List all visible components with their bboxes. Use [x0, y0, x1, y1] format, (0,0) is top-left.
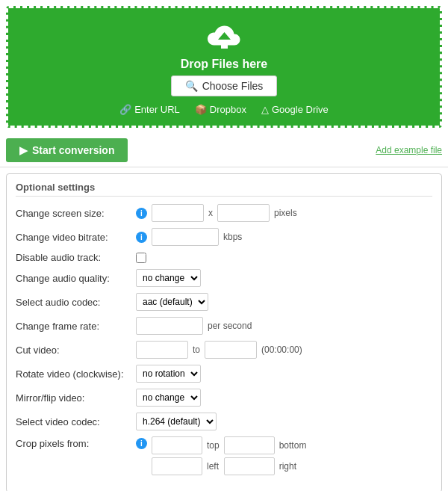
- start-conversion-label: Start conversion: [32, 144, 114, 156]
- left-label: left: [207, 461, 220, 472]
- audio-quality-select[interactable]: no change: [136, 269, 201, 287]
- optional-settings: Optional settings Change screen size: i …: [6, 173, 442, 491]
- frame-rate-label: Change frame rate:: [16, 321, 131, 332]
- upload-icon: [205, 22, 243, 53]
- crop-info-icon[interactable]: i: [136, 438, 147, 449]
- mirror-video-row: Mirror/flip video: no change: [16, 389, 432, 407]
- play-icon: ▶: [19, 144, 28, 156]
- frame-rate-input[interactable]: [136, 317, 203, 335]
- cut-video-end-input[interactable]: [205, 341, 257, 359]
- crop-right-input[interactable]: [224, 457, 275, 475]
- crop-bottom-input[interactable]: [224, 436, 275, 454]
- cut-video-label: Cut video:: [16, 345, 131, 356]
- link-icon: 🔗: [119, 104, 131, 115]
- disable-audio-label: Disable audio track:: [16, 252, 131, 263]
- enter-url-link[interactable]: 🔗 Enter URL: [119, 104, 180, 115]
- google-drive-icon: △: [261, 104, 269, 115]
- google-drive-label: Google Drive: [272, 104, 329, 115]
- top-label: top: [207, 440, 220, 451]
- bottom-label: bottom: [279, 440, 307, 451]
- kbps-label: kbps: [223, 232, 242, 242]
- crop-top-input[interactable]: [152, 436, 202, 454]
- crop-left-input[interactable]: [152, 457, 202, 475]
- audio-quality-row: Change audio quality: no change: [16, 269, 432, 287]
- cut-video-start-input[interactable]: [136, 341, 188, 359]
- right-label: right: [279, 461, 307, 472]
- cut-video-row: Cut video: to (00:00:00): [16, 341, 432, 359]
- mirror-video-label: Mirror/flip video:: [16, 392, 131, 404]
- bitrate-input[interactable]: [152, 228, 219, 246]
- choose-files-label: Choose Files: [202, 80, 264, 92]
- bitrate-info-icon[interactable]: i: [136, 232, 147, 243]
- rotate-video-select[interactable]: no rotation: [136, 365, 201, 383]
- dropbox-label: Dropbox: [210, 104, 246, 115]
- toolbar: ▶ Start conversion Add example file: [0, 134, 448, 167]
- svg-rect-0: [221, 40, 228, 49]
- add-example-link[interactable]: Add example file: [376, 145, 442, 155]
- drop-text: Drop Files here: [181, 58, 267, 71]
- crop-pixels-row: Crop pixels from: i top bottom left righ…: [16, 436, 432, 475]
- crop-grid: top bottom left right: [152, 436, 306, 475]
- screen-size-label: Change screen size:: [16, 208, 131, 219]
- mirror-video-select[interactable]: no change: [136, 389, 201, 407]
- to-label: to: [193, 345, 200, 355]
- audio-codec-select[interactable]: aac (default): [136, 293, 208, 311]
- screen-size-info-icon[interactable]: i: [136, 208, 147, 219]
- video-codec-row: Select video codec: h.264 (default): [16, 413, 432, 430]
- dropbox-icon: 📦: [195, 104, 207, 115]
- video-codec-label: Select video codec:: [16, 416, 131, 427]
- dropbox-link[interactable]: 📦 Dropbox: [195, 104, 246, 115]
- frame-rate-row: Change frame rate: per second: [16, 317, 432, 335]
- screen-size-row: Change screen size: i x pixels: [16, 204, 432, 222]
- rotate-video-row: Rotate video (clockwise): no rotation: [16, 365, 432, 383]
- audio-codec-row: Select audio codec: aac (default): [16, 293, 432, 311]
- disable-audio-row: Disable audio track:: [16, 252, 432, 263]
- per-second-label: per second: [208, 321, 252, 331]
- disable-audio-checkbox[interactable]: [136, 253, 146, 263]
- audio-codec-label: Select audio codec:: [16, 297, 131, 308]
- screen-size-height-input[interactable]: [217, 204, 270, 222]
- bitrate-row: Change video bitrate: i kbps: [16, 228, 432, 246]
- start-conversion-button[interactable]: ▶ Start conversion: [6, 138, 128, 162]
- enter-url-label: Enter URL: [134, 104, 180, 115]
- search-icon: 🔍: [185, 80, 198, 92]
- google-drive-link[interactable]: △ Google Drive: [261, 104, 329, 115]
- drop-zone[interactable]: Drop Files here 🔍 Choose Files 🔗 Enter U…: [6, 6, 442, 128]
- time-format-label: (00:00:00): [261, 345, 302, 355]
- video-codec-select[interactable]: h.264 (default): [136, 413, 217, 430]
- rotate-video-label: Rotate video (clockwise):: [16, 368, 131, 380]
- crop-pixels-label: Crop pixels from:: [16, 436, 131, 449]
- screen-size-width-input[interactable]: [152, 204, 204, 222]
- choose-files-button[interactable]: 🔍 Choose Files: [171, 75, 278, 96]
- bitrate-label: Change video bitrate:: [16, 232, 131, 243]
- pixels-label: pixels: [274, 208, 297, 218]
- section-title: Optional settings: [16, 182, 432, 197]
- link-row: 🔗 Enter URL 📦 Dropbox △ Google Drive: [119, 104, 329, 115]
- audio-quality-label: Change audio quality:: [16, 273, 131, 284]
